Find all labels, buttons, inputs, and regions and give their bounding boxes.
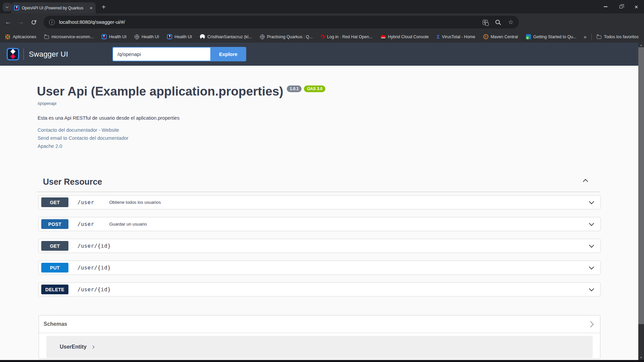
close-button[interactable]: × xyxy=(629,0,644,13)
explore-search-input[interactable] xyxy=(112,47,210,61)
omnibox-actions: G ☆ xyxy=(483,19,514,25)
model-name: UserEntity xyxy=(60,344,87,350)
operation-row[interactable]: GET/user/{id} xyxy=(39,239,600,253)
chevron-down-icon[interactable] xyxy=(589,264,594,269)
restore-button[interactable] xyxy=(613,0,629,13)
bookmark-label: CristhianSantacruz (kl... xyxy=(207,35,252,39)
reload-button[interactable] xyxy=(28,13,40,31)
operation-summary: Obtiene todos los usuarios xyxy=(109,200,161,205)
method-badge: PUT xyxy=(41,263,68,273)
translate-icon[interactable]: G xyxy=(483,20,488,25)
address-bar[interactable]: i localhost:8080/q/swagger-ui/#/ G ☆ xyxy=(44,16,519,28)
back-button[interactable]: ← xyxy=(2,13,14,31)
quarkus-icon xyxy=(167,34,172,39)
globe-icon xyxy=(135,35,139,39)
tab-search-button[interactable] xyxy=(3,3,11,11)
minimize-button[interactable] xyxy=(598,0,613,13)
maven-icon xyxy=(483,34,488,39)
license-link[interactable]: Apache 2.0 xyxy=(38,143,62,149)
models-list: UserEntity xyxy=(46,336,593,358)
bookmark-item[interactable]: Log in · Red Hat Open... xyxy=(321,35,373,39)
restore-icon xyxy=(620,5,623,8)
chevron-down-icon[interactable] xyxy=(589,199,594,204)
minimize-icon xyxy=(604,6,607,7)
operation-path: /user/{id} xyxy=(77,264,111,271)
chevron-down-icon[interactable] xyxy=(589,221,594,226)
chevron-down-icon[interactable] xyxy=(589,242,594,248)
bookmark-item[interactable]: VirusTotal - Home xyxy=(437,34,475,40)
bookmark-star-icon[interactable]: ☆ xyxy=(508,19,514,25)
scroll-down-icon[interactable]: ▼ xyxy=(638,355,644,360)
chevron-up-icon[interactable] xyxy=(583,179,588,184)
explore-button[interactable]: Explore xyxy=(210,47,246,61)
bookmark-item[interactable]: Maven Central xyxy=(483,34,518,39)
browser-toolbar: ← → i localhost:8080/q/swagger-ui/#/ G ☆… xyxy=(0,13,644,31)
schemas-header[interactable]: Schemas xyxy=(39,315,600,333)
bookmark-item[interactable]: microservice-ecomm... xyxy=(44,35,94,39)
quarkus-icon xyxy=(102,34,107,39)
url-text: localhost:8080/q/swagger-ui/#/ xyxy=(59,19,483,25)
method-badge: POST xyxy=(41,219,68,229)
operation-row[interactable]: POST/userGuardar un usuario xyxy=(39,217,600,231)
spec-url-link[interactable]: /q/openapi xyxy=(38,101,56,106)
bookmark-item[interactable]: Health UI xyxy=(135,35,159,39)
operation-row[interactable]: GET/userObtiene todos los usuarios xyxy=(39,195,600,209)
swagger-brand: Swagger UI xyxy=(29,50,68,59)
chevron-right-icon[interactable] xyxy=(587,321,593,327)
model-row[interactable]: UserEntity xyxy=(46,336,593,358)
operation-path: /user/{id} xyxy=(77,286,111,293)
explore-group: Explore xyxy=(112,47,246,61)
operations-list: GET/userObtiene todos los usuariosPOST/u… xyxy=(39,195,600,304)
bookmark-label: Maven Central xyxy=(491,35,518,39)
window-controls: × xyxy=(598,0,644,13)
operation-path: /user xyxy=(77,221,94,227)
bookmark-item[interactable]: Aplicaciones xyxy=(5,35,36,39)
bookmark-item[interactable]: Practising Quarkus : Q... xyxy=(260,35,313,39)
browser-window: OpenAPI UI (Powered by Quarkus × + × ← →… xyxy=(0,0,644,362)
bookmark-label: Health UI xyxy=(174,35,192,39)
globe-icon xyxy=(260,35,265,39)
virustotal-icon xyxy=(437,34,439,40)
tab-close-icon[interactable]: × xyxy=(90,5,93,10)
bookmark-label: VirusTotal - Home xyxy=(442,35,475,39)
chevron-down-icon[interactable] xyxy=(589,286,594,291)
schemas-title: Schemas xyxy=(44,321,67,327)
page-scrollbar[interactable]: ▲ ▼ xyxy=(638,43,644,362)
all-bookmarks-button[interactable]: Todos los favoritos xyxy=(597,35,639,39)
scrollbar-thumb[interactable] xyxy=(638,47,644,324)
reload-icon xyxy=(31,19,37,25)
apps-grid-icon xyxy=(5,35,7,36)
contact-link[interactable]: Contacto del documentador - Website xyxy=(38,127,119,133)
bookmark-item[interactable]: Health UI xyxy=(167,34,192,39)
zoom-search-icon[interactable] xyxy=(495,19,501,25)
forward-button[interactable]: → xyxy=(15,13,27,31)
version-badge: 1.0.1 xyxy=(287,85,302,92)
bookmark-label: Practising Quarkus : Q... xyxy=(267,35,313,39)
tab-strip: OpenAPI UI (Powered by Quarkus × + × xyxy=(0,0,644,13)
api-description: Esta es una Api RESTful de usuario desde… xyxy=(38,115,179,121)
section-title[interactable]: User Resource xyxy=(43,177,102,187)
operation-row[interactable]: PUT/user/{id} xyxy=(39,261,600,275)
site-info-icon[interactable]: i xyxy=(49,19,55,25)
quarkus-favicon xyxy=(14,5,19,10)
swagger-topbar: Swagger UI Explore xyxy=(0,43,638,66)
scroll-up-icon[interactable]: ▲ xyxy=(638,43,644,47)
tab-title: OpenAPI UI (Powered by Quarkus xyxy=(22,6,87,10)
bookmark-label: Log in · Red Hat Open... xyxy=(327,35,373,39)
bookmark-item[interactable]: Health UI xyxy=(102,34,126,39)
bookmarks-right: » Todos los favoritos xyxy=(584,34,639,40)
bookmarks-overflow-button[interactable]: » xyxy=(584,34,586,40)
new-tab-button[interactable]: + xyxy=(99,3,108,11)
bookmark-item[interactable]: CristhianSantacruz (kl... xyxy=(200,34,252,39)
swagger-content: User Api (Example application.properties… xyxy=(0,66,638,360)
bookmark-item[interactable]: Getting Started to Qu... xyxy=(526,34,577,39)
bookmark-item[interactable]: Hybrid Cloud Console xyxy=(381,35,429,39)
brand-divider xyxy=(23,48,24,60)
email-link[interactable]: Send email to Contacto del documentador xyxy=(38,135,128,141)
chevron-right-icon[interactable] xyxy=(91,345,95,349)
operation-row[interactable]: DELETE/user/{id} xyxy=(39,283,600,296)
api-badges: 1.0.1 OAS 3.0 xyxy=(287,85,326,92)
browser-tab[interactable]: OpenAPI UI (Powered by Quarkus × xyxy=(11,2,96,13)
redhat-icon xyxy=(381,35,386,39)
api-title: User Api (Example application.properties… xyxy=(37,84,325,99)
